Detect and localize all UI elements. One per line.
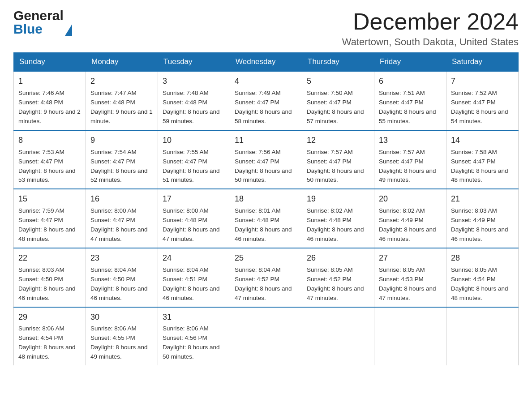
calendar-cell: 20Sunrise: 8:02 AMSunset: 4:49 PMDayligh… <box>374 189 446 248</box>
calendar-week-row: 8Sunrise: 7:53 AMSunset: 4:47 PMDaylight… <box>14 130 519 189</box>
day-info: Sunrise: 8:06 AMSunset: 4:55 PMDaylight:… <box>90 325 148 360</box>
day-number: 13 <box>379 134 442 147</box>
day-info: Sunrise: 7:53 AMSunset: 4:47 PMDaylight:… <box>18 149 76 184</box>
day-info: Sunrise: 7:54 AMSunset: 4:47 PMDaylight:… <box>90 149 148 184</box>
day-number: 6 <box>379 75 442 88</box>
day-info: Sunrise: 7:58 AMSunset: 4:47 PMDaylight:… <box>451 149 508 184</box>
calendar-week-row: 1Sunrise: 7:46 AMSunset: 4:48 PMDaylight… <box>14 71 519 130</box>
weekday-header-saturday: Saturday <box>446 53 519 72</box>
day-number: 3 <box>163 75 225 88</box>
calendar-cell: 1Sunrise: 7:46 AMSunset: 4:48 PMDaylight… <box>14 71 86 130</box>
day-info: Sunrise: 7:51 AMSunset: 4:47 PMDaylight:… <box>379 90 436 124</box>
day-number: 19 <box>307 193 369 206</box>
day-info: Sunrise: 8:04 AMSunset: 4:50 PMDaylight:… <box>90 266 148 301</box>
calendar-cell: 17Sunrise: 8:00 AMSunset: 4:48 PMDayligh… <box>158 189 230 248</box>
day-info: Sunrise: 8:05 AMSunset: 4:54 PMDaylight:… <box>451 266 508 301</box>
day-number: 5 <box>307 75 369 88</box>
day-number: 8 <box>18 134 81 147</box>
day-info: Sunrise: 8:00 AMSunset: 4:47 PMDaylight:… <box>90 207 148 242</box>
calendar-cell: 13Sunrise: 7:57 AMSunset: 4:47 PMDayligh… <box>374 130 446 189</box>
day-number: 16 <box>90 193 153 206</box>
day-number: 21 <box>451 193 514 206</box>
calendar-cell: 4Sunrise: 7:49 AMSunset: 4:47 PMDaylight… <box>230 71 302 130</box>
calendar-week-row: 15Sunrise: 7:59 AMSunset: 4:47 PMDayligh… <box>14 189 519 248</box>
weekday-header-tuesday: Tuesday <box>158 53 230 72</box>
day-info: Sunrise: 8:06 AMSunset: 4:54 PMDaylight:… <box>18 325 76 360</box>
day-number: 7 <box>451 75 514 88</box>
calendar-cell: 12Sunrise: 7:57 AMSunset: 4:47 PMDayligh… <box>302 130 374 189</box>
calendar-week-row: 29Sunrise: 8:06 AMSunset: 4:54 PMDayligh… <box>14 307 519 366</box>
day-info: Sunrise: 8:04 AMSunset: 4:52 PMDaylight:… <box>235 266 292 301</box>
month-year-title: December 2024 <box>342 9 519 34</box>
weekday-header-thursday: Thursday <box>302 53 374 72</box>
calendar-cell: 23Sunrise: 8:04 AMSunset: 4:50 PMDayligh… <box>86 248 158 307</box>
location-subtitle: Watertown, South Dakota, United States <box>342 36 519 48</box>
calendar-cell <box>230 307 302 366</box>
calendar-cell: 31Sunrise: 8:06 AMSunset: 4:56 PMDayligh… <box>158 307 230 366</box>
day-info: Sunrise: 8:03 AMSunset: 4:50 PMDaylight:… <box>18 266 76 301</box>
day-info: Sunrise: 8:01 AMSunset: 4:48 PMDaylight:… <box>235 207 292 242</box>
day-number: 22 <box>18 252 81 265</box>
day-info: Sunrise: 8:05 AMSunset: 4:52 PMDaylight:… <box>307 266 364 301</box>
weekday-header-monday: Monday <box>86 53 158 72</box>
calendar-table: SundayMondayTuesdayWednesdayThursdayFrid… <box>13 52 519 365</box>
day-number: 28 <box>451 252 514 265</box>
day-info: Sunrise: 7:50 AMSunset: 4:47 PMDaylight:… <box>307 90 364 124</box>
day-info: Sunrise: 7:56 AMSunset: 4:47 PMDaylight:… <box>235 149 292 184</box>
logo-arrow-icon <box>65 24 72 36</box>
calendar-cell: 28Sunrise: 8:05 AMSunset: 4:54 PMDayligh… <box>446 248 519 307</box>
calendar-cell: 19Sunrise: 8:02 AMSunset: 4:48 PMDayligh… <box>302 189 374 248</box>
day-number: 9 <box>90 134 153 147</box>
title-block: December 2024 Watertown, South Dakota, U… <box>342 9 519 48</box>
page-header: General Blue December 2024 Watertown, So… <box>13 9 519 48</box>
calendar-cell: 8Sunrise: 7:53 AMSunset: 4:47 PMDaylight… <box>14 130 86 189</box>
weekday-header-wednesday: Wednesday <box>230 53 302 72</box>
day-info: Sunrise: 8:02 AMSunset: 4:48 PMDaylight:… <box>307 207 364 242</box>
calendar-cell <box>374 307 446 366</box>
logo-general: General <box>13 9 64 22</box>
calendar-cell: 2Sunrise: 7:47 AMSunset: 4:48 PMDaylight… <box>86 71 158 130</box>
day-number: 4 <box>235 75 297 88</box>
calendar-cell <box>446 307 519 366</box>
day-info: Sunrise: 8:00 AMSunset: 4:48 PMDaylight:… <box>163 207 220 242</box>
day-info: Sunrise: 7:57 AMSunset: 4:47 PMDaylight:… <box>379 149 436 184</box>
calendar-cell: 21Sunrise: 8:03 AMSunset: 4:49 PMDayligh… <box>446 189 519 248</box>
day-number: 1 <box>18 75 81 88</box>
calendar-cell: 18Sunrise: 8:01 AMSunset: 4:48 PMDayligh… <box>230 189 302 248</box>
day-info: Sunrise: 7:46 AMSunset: 4:48 PMDaylight:… <box>18 90 81 124</box>
day-number: 24 <box>163 252 225 265</box>
day-number: 23 <box>90 252 153 265</box>
calendar-cell: 7Sunrise: 7:52 AMSunset: 4:47 PMDaylight… <box>446 71 519 130</box>
day-number: 26 <box>307 252 369 265</box>
day-info: Sunrise: 7:55 AMSunset: 4:47 PMDaylight:… <box>163 149 220 184</box>
calendar-cell <box>302 307 374 366</box>
day-number: 17 <box>163 193 225 206</box>
day-number: 14 <box>451 134 514 147</box>
weekday-header-friday: Friday <box>374 53 446 72</box>
day-number: 25 <box>235 252 297 265</box>
calendar-cell: 3Sunrise: 7:48 AMSunset: 4:48 PMDaylight… <box>158 71 230 130</box>
logo: General Blue <box>13 9 72 36</box>
day-info: Sunrise: 7:52 AMSunset: 4:47 PMDaylight:… <box>451 90 508 124</box>
calendar-cell: 6Sunrise: 7:51 AMSunset: 4:47 PMDaylight… <box>374 71 446 130</box>
day-info: Sunrise: 7:48 AMSunset: 4:48 PMDaylight:… <box>163 90 220 124</box>
weekday-header-row: SundayMondayTuesdayWednesdayThursdayFrid… <box>14 53 519 72</box>
calendar-cell: 27Sunrise: 8:05 AMSunset: 4:53 PMDayligh… <box>374 248 446 307</box>
day-info: Sunrise: 8:03 AMSunset: 4:49 PMDaylight:… <box>451 207 508 242</box>
day-info: Sunrise: 7:49 AMSunset: 4:47 PMDaylight:… <box>235 90 292 124</box>
day-number: 29 <box>18 311 81 324</box>
calendar-cell: 16Sunrise: 8:00 AMSunset: 4:47 PMDayligh… <box>86 189 158 248</box>
calendar-cell: 14Sunrise: 7:58 AMSunset: 4:47 PMDayligh… <box>446 130 519 189</box>
calendar-week-row: 22Sunrise: 8:03 AMSunset: 4:50 PMDayligh… <box>14 248 519 307</box>
calendar-cell: 10Sunrise: 7:55 AMSunset: 4:47 PMDayligh… <box>158 130 230 189</box>
day-number: 2 <box>90 75 153 88</box>
day-number: 12 <box>307 134 369 147</box>
day-number: 31 <box>163 311 225 324</box>
calendar-cell: 9Sunrise: 7:54 AMSunset: 4:47 PMDaylight… <box>86 130 158 189</box>
day-number: 27 <box>379 252 442 265</box>
day-number: 30 <box>90 311 153 324</box>
day-number: 20 <box>379 193 442 206</box>
calendar-cell: 30Sunrise: 8:06 AMSunset: 4:55 PMDayligh… <box>86 307 158 366</box>
day-info: Sunrise: 8:05 AMSunset: 4:53 PMDaylight:… <box>379 266 436 301</box>
day-number: 11 <box>235 134 297 147</box>
